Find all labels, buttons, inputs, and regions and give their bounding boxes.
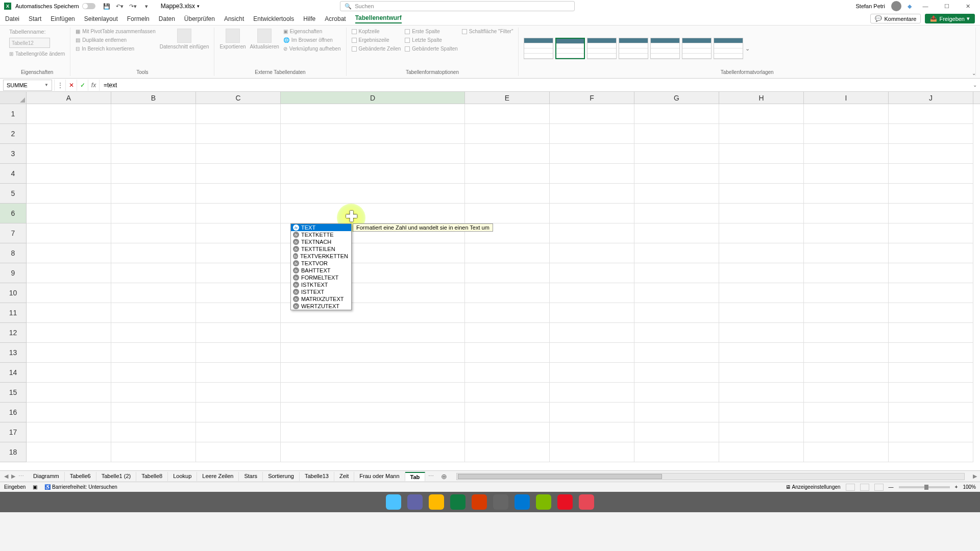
cell[interactable] [719, 383, 804, 403]
cell[interactable] [550, 442, 634, 462]
horizontal-scrollbar[interactable] [456, 473, 965, 480]
namebox-dropdown-icon[interactable]: ⋮ [54, 80, 65, 91]
sheet-tab[interactable]: Stars [239, 472, 263, 481]
row-header[interactable]: 15 [0, 383, 27, 403]
row-header[interactable]: 3 [0, 144, 27, 164]
cell[interactable] [281, 204, 465, 223]
taskbar-icon[interactable] [514, 494, 530, 510]
cell[interactable] [719, 343, 804, 363]
cell[interactable] [465, 184, 550, 204]
cell[interactable] [889, 164, 973, 184]
cell[interactable] [27, 124, 111, 144]
cell[interactable] [196, 223, 281, 243]
sheet-tab[interactable]: Tab [405, 472, 426, 481]
taskbar-icon[interactable] [579, 494, 594, 510]
sheet-tab[interactable]: Tabelle8 [136, 472, 168, 481]
cell[interactable] [634, 104, 719, 124]
cell[interactable] [111, 383, 196, 403]
cell[interactable] [111, 343, 196, 363]
cell[interactable] [719, 442, 804, 462]
slicer-button[interactable]: Datenschnitt einfügen [160, 29, 209, 49]
autocomplete-item[interactable]: fxFORMELTEXT [291, 274, 351, 281]
cell[interactable] [889, 223, 973, 243]
cell[interactable] [634, 363, 719, 383]
cell[interactable] [196, 363, 281, 383]
cell[interactable] [550, 144, 634, 164]
properties-button[interactable]: ▣ Eigenschaften [283, 29, 341, 34]
cell[interactable] [465, 343, 550, 363]
cell[interactable] [27, 442, 111, 462]
page-layout-view-button[interactable] [860, 484, 869, 491]
table-style-option[interactable] [619, 38, 648, 59]
cell[interactable] [281, 184, 465, 204]
pivot-button[interactable]: ▦ Mit PivotTable zusammenfassen [76, 29, 155, 34]
table-style-option[interactable] [555, 38, 585, 59]
tab-entwicklertools[interactable]: Entwicklertools [253, 15, 294, 22]
cell[interactable] [550, 363, 634, 383]
zoom-in-button[interactable]: + [955, 484, 958, 490]
cell[interactable] [196, 442, 281, 462]
cell[interactable] [889, 383, 973, 403]
cell[interactable] [111, 164, 196, 184]
column-header[interactable]: D [281, 92, 465, 104]
cell[interactable] [550, 263, 634, 283]
close-button[interactable]: ✕ [961, 1, 976, 11]
cell[interactable] [804, 184, 889, 204]
cell[interactable] [550, 223, 634, 243]
cell[interactable] [281, 164, 465, 184]
cell[interactable] [804, 204, 889, 223]
column-header[interactable]: I [804, 92, 889, 104]
tab-ansicht[interactable]: Ansicht [224, 15, 244, 22]
taskbar-icon[interactable] [472, 494, 487, 510]
column-header[interactable]: H [719, 92, 804, 104]
column-header[interactable]: G [634, 92, 719, 104]
tab-einfuegen[interactable]: Einfügen [51, 15, 75, 22]
cell[interactable] [634, 124, 719, 144]
cell[interactable] [550, 403, 634, 422]
table-style-option[interactable] [524, 38, 553, 59]
cell[interactable] [281, 363, 465, 383]
cell[interactable] [804, 124, 889, 144]
resize-table-button[interactable]: ⊞ Tabellengröße ändern [9, 51, 65, 57]
row-header[interactable]: 1 [0, 104, 27, 124]
row-header[interactable]: 8 [0, 243, 27, 263]
cell[interactable] [196, 184, 281, 204]
cell[interactable] [196, 204, 281, 223]
cell[interactable] [719, 184, 804, 204]
cell[interactable] [889, 263, 973, 283]
cell[interactable] [27, 184, 111, 204]
cell[interactable] [281, 403, 465, 422]
cell[interactable] [550, 243, 634, 263]
cell[interactable] [719, 104, 804, 124]
accessibility-status[interactable]: ♿ Barrierefreiheit: Untersuchen [44, 484, 117, 490]
cell[interactable] [111, 184, 196, 204]
taskbar-icon[interactable] [557, 494, 573, 510]
select-all-button[interactable] [0, 92, 27, 104]
cell[interactable] [889, 403, 973, 422]
chevron-down-icon[interactable]: ▼ [44, 83, 48, 87]
cell[interactable] [719, 124, 804, 144]
cell[interactable] [27, 144, 111, 164]
cell[interactable] [804, 363, 889, 383]
gallery-more-icon[interactable]: ⌄ [745, 45, 750, 52]
cell[interactable] [465, 204, 550, 223]
zoom-out-button[interactable]: — [889, 484, 894, 490]
cell[interactable] [719, 223, 804, 243]
autocomplete-item[interactable]: fxTEXTKETTE [291, 231, 351, 238]
cell[interactable] [804, 164, 889, 184]
cell[interactable] [111, 104, 196, 124]
cell[interactable] [111, 263, 196, 283]
cell[interactable] [196, 104, 281, 124]
cell[interactable] [111, 124, 196, 144]
zoom-slider[interactable] [899, 486, 950, 488]
cell[interactable] [465, 104, 550, 124]
cell[interactable] [27, 323, 111, 343]
cell[interactable] [465, 403, 550, 422]
cell[interactable] [634, 164, 719, 184]
formula-input[interactable]: =text [99, 80, 970, 91]
cell[interactable] [719, 303, 804, 323]
autocomplete-item[interactable]: fxTEXTVERKETTEN [291, 253, 351, 260]
cell[interactable] [804, 442, 889, 462]
table-style-option[interactable] [682, 38, 712, 59]
cell[interactable] [281, 383, 465, 403]
